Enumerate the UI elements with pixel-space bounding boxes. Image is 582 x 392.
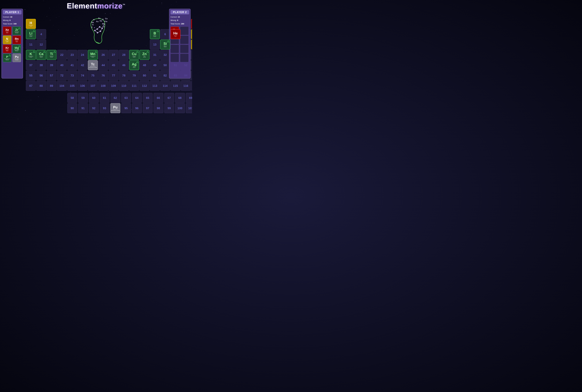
pt-cell[interactable]: 26	[98, 50, 108, 60]
pt-cell[interactable]: 88	[36, 81, 46, 91]
lanthanide-cell[interactable]: 68	[175, 93, 185, 103]
pt-cell[interactable]: 104	[57, 81, 67, 91]
pt-cell[interactable]: 40	[57, 60, 67, 70]
actinide-cell[interactable]: 99	[164, 103, 174, 113]
lanthanide-cell[interactable]: 61	[100, 93, 110, 103]
lanthanide-cell[interactable]: 66	[154, 93, 163, 103]
pt-cell[interactable]: 72	[57, 70, 67, 80]
pt-cell[interactable]: LiLithiumSOLID	[26, 29, 36, 39]
pt-cell[interactable]: HeHeliumGAS	[171, 29, 180, 39]
actinide-cell[interactable]: 98	[154, 103, 163, 113]
pt-cell[interactable]: 27	[109, 50, 119, 60]
pt-cell[interactable]: 32	[160, 50, 170, 60]
lanthanide-cell[interactable]: 60	[89, 93, 99, 103]
actinide-cell[interactable]: 95	[121, 103, 131, 113]
pt-cell[interactable]: AgSilverSOLID	[129, 60, 139, 70]
actinide-cell[interactable]: 92	[89, 103, 99, 113]
lanthanide-cell[interactable]: 62	[111, 93, 120, 103]
actinide-cell[interactable]: 90	[67, 103, 77, 113]
pt-cell[interactable]: 82	[160, 70, 170, 80]
pt-cell[interactable]: 22	[57, 50, 67, 60]
pt-cell[interactable]: 11	[26, 40, 36, 50]
pt-cell[interactable]: 57	[47, 70, 57, 80]
player2-card[interactable]	[171, 45, 179, 53]
lanthanide-cell[interactable]: 67	[164, 93, 174, 103]
pt-cell[interactable]: 74	[78, 70, 88, 80]
pt-cell[interactable]: CuCopperSOLID	[129, 50, 139, 60]
pt-cell[interactable]: 12	[36, 40, 46, 50]
player2-card[interactable]	[180, 45, 189, 53]
lanthanide-cell[interactable]: 65	[143, 93, 153, 103]
pt-cell[interactable]: 55	[26, 70, 36, 80]
pt-cell[interactable]: 49	[150, 60, 160, 70]
pt-cell[interactable]: 6	[160, 29, 170, 39]
player1-card[interactable]: RnRadonGAS	[13, 36, 21, 44]
player1-card[interactable]: MgMagnesiumSOLID	[13, 45, 21, 53]
pt-cell[interactable]: 109	[109, 81, 119, 91]
pt-cell[interactable]: TcTechnetiumARTIFICIALLY MADE	[88, 60, 98, 70]
lanthanide-cell[interactable]: 59	[78, 93, 88, 103]
pt-cell[interactable]: 110	[119, 81, 129, 91]
lanthanide-cell[interactable]: 69	[186, 93, 192, 103]
pt-cell[interactable]: 78	[119, 70, 129, 80]
pt-cell[interactable]: 46	[119, 60, 129, 70]
pt-cell[interactable]: 105	[67, 81, 77, 91]
pt-cell[interactable]: 50	[160, 60, 170, 70]
lanthanide-cell[interactable]: 64	[132, 93, 142, 103]
actinide-cell[interactable]: 91	[78, 103, 88, 113]
pt-cell[interactable]: 75	[88, 70, 98, 80]
pt-cell[interactable]: 35	[191, 50, 192, 60]
pt-cell[interactable]: 73	[67, 70, 77, 80]
pt-cell[interactable]: 89	[47, 81, 57, 91]
actinide-cell[interactable]: 100	[175, 103, 185, 113]
actinide-cell[interactable]: 93	[100, 103, 110, 113]
pt-cell[interactable]: 41	[67, 60, 77, 70]
pt-cell[interactable]: 38	[36, 60, 46, 70]
pt-cell[interactable]: 77	[109, 70, 119, 80]
pt-cell[interactable]: 116	[181, 81, 191, 91]
player1-card[interactable]: NNitrogenGAS	[3, 36, 11, 44]
pt-cell[interactable]: 48	[140, 60, 149, 70]
player2-card[interactable]	[180, 54, 189, 62]
pt-cell[interactable]: 31	[150, 50, 160, 60]
pt-cell[interactable]: 80	[140, 70, 149, 80]
player1-card[interactable]: ZrZirconiumSOLID	[13, 26, 21, 35]
pt-cell[interactable]: TiTitaniumSOLID	[47, 50, 57, 60]
player2-card[interactable]	[180, 36, 189, 44]
pt-cell[interactable]: CaCalciumSOLID	[36, 50, 46, 60]
pt-cell[interactable]: 114	[160, 81, 170, 91]
player1-card[interactable]: XeXenonGAS	[3, 26, 11, 35]
pt-cell[interactable]: 117	[191, 81, 192, 91]
player2-card[interactable]	[180, 26, 189, 35]
pt-cell[interactable]: 39	[47, 60, 57, 70]
pt-cell[interactable]: 56	[36, 70, 46, 80]
pt-cell[interactable]: HeHeliumGAS	[191, 19, 192, 29]
pu-cell[interactable]: PuPlutoniumARTIFICIALLY MADE	[111, 103, 120, 113]
pt-cell[interactable]: 112	[140, 81, 149, 91]
pt-cell[interactable]: 44	[98, 60, 108, 70]
pt-cell[interactable]: 107	[88, 81, 98, 91]
pt-cell[interactable]: 85	[191, 70, 192, 80]
lanthanide-cell[interactable]: 63	[121, 93, 131, 103]
actinide-cell[interactable]: 101	[186, 103, 192, 113]
pt-cell[interactable]: 23	[67, 50, 77, 60]
pt-cell[interactable]: 42	[78, 60, 88, 70]
pt-cell[interactable]: 76	[98, 70, 108, 80]
pt-cell[interactable]: 45	[109, 60, 119, 70]
pt-cell[interactable]: 106	[78, 81, 88, 91]
actinide-cell[interactable]: 97	[143, 103, 153, 113]
pt-cell[interactable]: 79	[129, 70, 139, 80]
pt-cell[interactable]: 28	[119, 50, 129, 60]
pt-cell[interactable]: 81	[150, 70, 160, 80]
actinide-cell[interactable]: 96	[132, 103, 142, 113]
pt-cell[interactable]: KPotassiumSOLID	[26, 50, 36, 60]
pt-cell[interactable]: 108	[98, 81, 108, 91]
pt-cell[interactable]: 111	[129, 81, 139, 91]
pt-cell[interactable]: 4	[36, 29, 46, 39]
pt-cell[interactable]: FFluorineGAS	[191, 29, 192, 39]
lanthanide-cell[interactable]: 58	[67, 93, 77, 103]
pt-cell[interactable]: 37	[26, 60, 36, 70]
player1-card[interactable]: KrKryptonGAS	[3, 45, 11, 53]
player2-card[interactable]	[171, 54, 179, 62]
pt-cell[interactable]: 24	[78, 50, 88, 60]
